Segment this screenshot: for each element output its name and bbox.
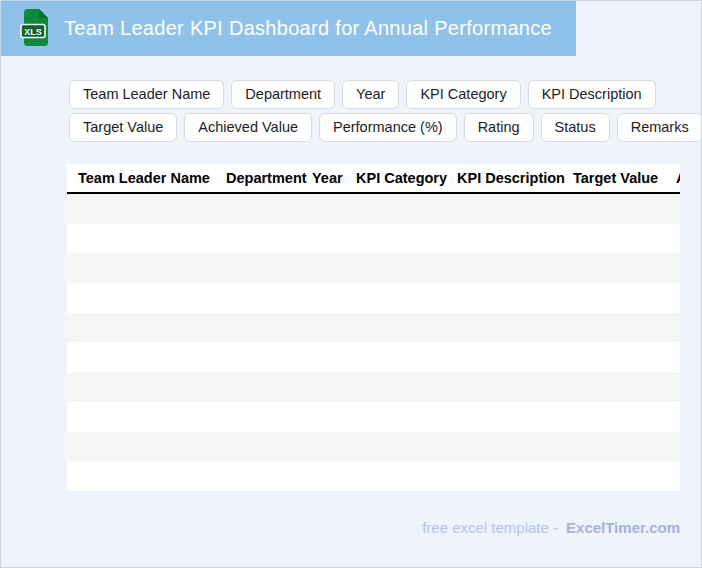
field-chip[interactable]: Remarks <box>617 113 702 142</box>
footer-brand-link[interactable]: ExcelTimer.com <box>566 519 680 536</box>
page: XLS Team Leader KPI Dashboard for Annual… <box>0 0 702 568</box>
table-row <box>67 372 680 402</box>
table-header-row: Team Leader Name Department Year KPI Cat… <box>67 164 680 194</box>
column-header-team-leader-name: Team Leader Name <box>78 170 226 186</box>
page-title: Team Leader KPI Dashboard for Annual Per… <box>64 17 552 40</box>
column-header-department: Department <box>226 170 312 186</box>
field-chip[interactable]: Rating <box>464 113 534 142</box>
column-header-target-value: Target Value <box>573 170 676 186</box>
field-chip[interactable]: Department <box>231 80 335 109</box>
table-row <box>67 194 680 224</box>
table-row <box>67 342 680 372</box>
table-row <box>67 402 680 432</box>
xls-file-icon: XLS <box>20 8 50 50</box>
table-row <box>67 461 680 491</box>
footer-text: free excel template - <box>422 519 558 536</box>
chip-row-2: Target ValueAchieved ValuePerformance (%… <box>69 113 702 142</box>
table-row <box>67 283 680 313</box>
column-header-kpi-category: KPI Category <box>356 170 457 186</box>
field-chip[interactable]: Achieved Value <box>184 113 312 142</box>
field-chip[interactable]: Team Leader Name <box>69 80 224 109</box>
column-header-kpi-description: KPI Description <box>457 170 573 186</box>
table-row <box>67 313 680 343</box>
column-header-year: Year <box>312 170 356 186</box>
kpi-table: Team Leader Name Department Year KPI Cat… <box>67 164 680 491</box>
titlebar: XLS Team Leader KPI Dashboard for Annual… <box>1 1 576 56</box>
footer: free excel template -ExcelTimer.com <box>422 519 680 536</box>
xls-icon-label: XLS <box>24 26 42 36</box>
chip-row-1: Team Leader NameDepartmentYearKPI Catego… <box>69 80 702 109</box>
field-chip[interactable]: KPI Category <box>406 80 520 109</box>
table-body <box>67 194 680 491</box>
column-header-achieved-value: Achieved Value <box>676 170 680 186</box>
field-chip[interactable]: KPI Description <box>528 80 656 109</box>
field-chip[interactable]: Status <box>541 113 610 142</box>
table-row <box>67 253 680 283</box>
field-chip[interactable]: Performance (%) <box>319 113 457 142</box>
field-chip[interactable]: Target Value <box>69 113 177 142</box>
field-chips: Team Leader NameDepartmentYearKPI Catego… <box>69 80 702 146</box>
table-row <box>67 432 680 462</box>
field-chip[interactable]: Year <box>342 80 399 109</box>
table-row <box>67 224 680 254</box>
